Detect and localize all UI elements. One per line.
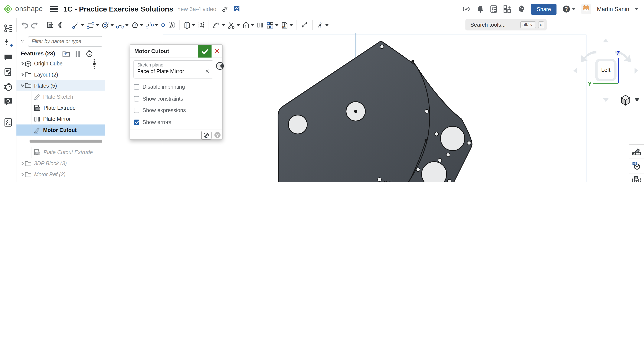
- dialog-help-icon[interactable]: ?: [214, 132, 220, 138]
- mirror-tool-icon[interactable]: [257, 22, 264, 28]
- rollback-drag-handle[interactable]: [93, 59, 96, 69]
- task-list-icon[interactable]: [490, 5, 497, 13]
- chevron-right-icon[interactable]: [20, 73, 24, 77]
- feature-item-origin-cube[interactable]: Origin Cube: [16, 58, 105, 69]
- convert-tool-icon[interactable]: [184, 21, 195, 29]
- checkbox-unchecked-icon[interactable]: [134, 84, 139, 90]
- rectangle-tool-icon[interactable]: [87, 22, 99, 29]
- fillet-tool-icon[interactable]: [213, 22, 225, 29]
- version-tree-icon[interactable]: [3, 24, 13, 33]
- pattern-tool-icon[interactable]: [266, 21, 278, 29]
- appearance-icon[interactable]: [629, 144, 644, 159]
- config-table-icon[interactable]: [629, 173, 644, 182]
- spline-dropdown-caret-icon[interactable]: [155, 24, 158, 26]
- branch-plus-icon[interactable]: [4, 39, 12, 48]
- stopwatch-icon[interactable]: [3, 82, 13, 91]
- user-menu-caret-icon[interactable]: [635, 8, 638, 10]
- checkbox-disable-imprinting[interactable]: Disable imprinting: [134, 84, 185, 90]
- dimension-0-5[interactable]: 0.5: [384, 179, 393, 182]
- redo-tool-icon[interactable]: [31, 21, 39, 29]
- convert-dropdown-caret-icon[interactable]: [192, 24, 195, 26]
- feature-item-layout-2-[interactable]: Layout (2): [16, 69, 105, 80]
- line-dropdown-caret-icon[interactable]: [81, 24, 84, 26]
- checkbox-unchecked-icon[interactable]: [134, 108, 139, 113]
- mate-connector-icon[interactable]: [216, 62, 224, 70]
- help-menu[interactable]: ?: [562, 5, 576, 13]
- onshape-logo[interactable]: onshape: [3, 4, 43, 14]
- search-tools-input[interactable]: Search tools... alt/⌥ c: [465, 20, 547, 31]
- polygon-tool-icon[interactable]: [131, 21, 143, 29]
- construction-tool-icon[interactable]: [316, 21, 329, 29]
- rollback-bar[interactable]: [30, 140, 102, 142]
- circle-dropdown-caret-icon[interactable]: [110, 24, 114, 26]
- feedback-gear-icon[interactable]: [4, 97, 12, 106]
- point-tool-icon[interactable]: [161, 23, 166, 28]
- user-avatar[interactable]: [581, 4, 591, 14]
- confirm-button[interactable]: [198, 45, 212, 58]
- extrude-tool-icon[interactable]: [47, 21, 54, 29]
- circle-tool-icon[interactable]: [102, 21, 114, 29]
- edit-sketch-button[interactable]: [201, 131, 212, 140]
- share-button[interactable]: Share: [531, 4, 557, 15]
- polygon-dropdown-caret-icon[interactable]: [140, 24, 143, 26]
- chevron-right-icon[interactable]: [20, 161, 24, 165]
- trim-dropdown-caret-icon[interactable]: [236, 24, 240, 26]
- spline-tool-icon[interactable]: [146, 21, 158, 29]
- checkbox-unchecked-icon[interactable]: [134, 96, 139, 101]
- ai-advisor-icon[interactable]: [517, 5, 525, 13]
- document-edit-icon[interactable]: [4, 67, 12, 76]
- education-badge-icon[interactable]: [233, 5, 240, 13]
- feature-item-3dp-block-3-[interactable]: 3DP Block (3): [16, 158, 105, 169]
- construction-dropdown-caret-icon[interactable]: [325, 24, 328, 26]
- trim-tool-icon[interactable]: [228, 21, 240, 29]
- notifications-bell-icon[interactable]: [476, 5, 484, 13]
- rollback-clock-icon[interactable]: [86, 50, 93, 57]
- feature-item-belts-4-[interactable]: Belts (4): [16, 180, 105, 182]
- comment-icon[interactable]: [4, 54, 12, 62]
- dxf-tool-icon[interactable]: DXF: [281, 21, 293, 29]
- undo-tool-icon[interactable]: [20, 21, 28, 29]
- checkbox-show-expressions[interactable]: Show expressions: [134, 107, 186, 113]
- chevron-down-icon[interactable]: [20, 83, 24, 87]
- revolve-tool-icon[interactable]: [57, 21, 64, 29]
- dxf-dropdown-caret-icon[interactable]: [290, 24, 293, 26]
- line-tool-icon[interactable]: [72, 21, 84, 29]
- offset-curve-dropdown-caret-icon[interactable]: [251, 24, 254, 26]
- arc-dropdown-caret-icon[interactable]: [125, 24, 128, 26]
- part-table-icon[interactable]: [629, 159, 644, 173]
- rectangle-dropdown-caret-icon[interactable]: [96, 24, 99, 26]
- feature-item-plate-sketch[interactable]: Plate Sketch: [16, 91, 105, 102]
- feature-item-plate-extrude[interactable]: Plate Extrude: [16, 102, 105, 113]
- clear-selection-icon[interactable]: ✕: [205, 68, 210, 74]
- pattern-dropdown-caret-icon[interactable]: [275, 24, 278, 26]
- fillet-dropdown-caret-icon[interactable]: [222, 24, 225, 26]
- copy-link-icon[interactable]: [221, 6, 228, 13]
- view-orientation-button[interactable]: Left: [595, 59, 616, 81]
- feature-item-motor-ref-2-[interactable]: Motor Ref (2): [16, 169, 105, 180]
- main-menu-button[interactable]: [50, 6, 58, 12]
- sketch-plane-field[interactable]: Sketch plane Face of Plate Mirror ✕: [134, 60, 213, 78]
- pause-icon[interactable]: [76, 51, 80, 57]
- feature-item-plate-mirror[interactable]: Plate Mirror: [16, 113, 105, 124]
- app-store-icon[interactable]: [503, 5, 511, 13]
- cancel-button[interactable]: ✕: [212, 45, 222, 58]
- chevron-right-icon[interactable]: [20, 172, 24, 176]
- feature-item-plates-5-[interactable]: Plates (5): [16, 80, 105, 91]
- checkbox-show-errors[interactable]: Show errors: [134, 119, 172, 125]
- feature-item-motor-cutout[interactable]: Motor Cutout: [16, 124, 105, 136]
- offset-curve-tool-icon[interactable]: [242, 21, 254, 29]
- text-tool-icon[interactable]: [168, 21, 176, 29]
- chevron-right-icon[interactable]: [20, 61, 24, 66]
- arc-tool-icon[interactable]: [116, 22, 129, 29]
- folder-add-icon[interactable]: [62, 51, 70, 57]
- featurescript-check-icon[interactable]: [462, 5, 470, 13]
- checkbox-checked-icon[interactable]: [134, 119, 139, 125]
- checklist-icon[interactable]: [4, 118, 12, 127]
- user-name[interactable]: Martin Sanin: [597, 6, 629, 12]
- offset-tool-icon[interactable]: [198, 21, 205, 29]
- dimension-tool-icon[interactable]: [300, 21, 308, 29]
- filter-input[interactable]: [28, 36, 102, 47]
- feature-item-plate-cutout-extrude[interactable]: Plate Cutout Extrude: [16, 147, 105, 158]
- checkbox-show-constraints[interactable]: Show constraints: [134, 96, 183, 102]
- filter-icon[interactable]: [20, 38, 24, 45]
